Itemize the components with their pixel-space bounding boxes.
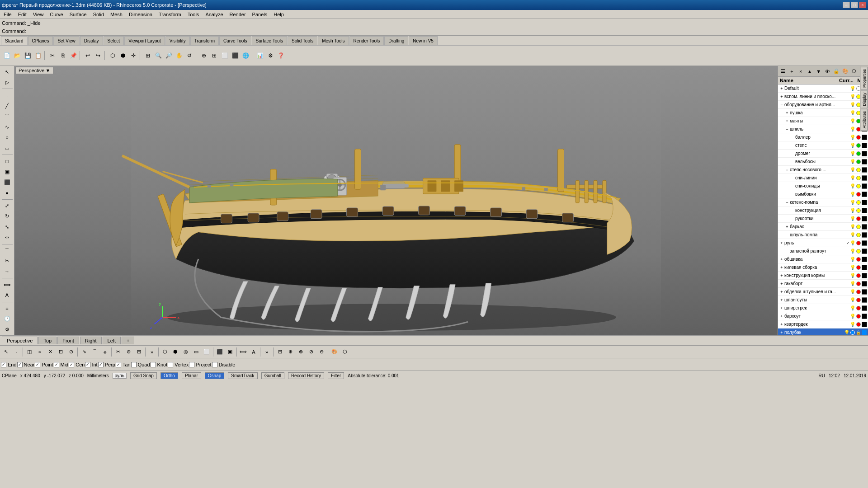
expand-shpirstrek-icon[interactable]: + (779, 305, 784, 311)
tab-render-tools[interactable]: Render Tools (349, 36, 384, 45)
move-icon[interactable]: ⤢ (1, 201, 13, 211)
rotate-icon[interactable]: ↺ (184, 51, 194, 60)
rotate-lt-icon[interactable]: ↻ (1, 211, 13, 221)
polyline-icon[interactable]: ⌒ (1, 112, 13, 122)
layer-row-stepsnos[interactable]: − степс носового ... 💡 (778, 166, 868, 174)
menu-help[interactable]: Help (271, 11, 287, 18)
expand-shpil-icon[interactable]: − (784, 127, 790, 132)
help-icon[interactable]: ❓ (276, 51, 286, 60)
expand-machty-icon[interactable]: + (784, 118, 790, 124)
snap-quad-checkbox[interactable] (131, 362, 137, 367)
snap-mid-checkbox[interactable]: ✓ (54, 362, 59, 367)
layer-row-rul[interactable]: + руль ✓ 💡 (778, 239, 868, 247)
snap-project-checkbox[interactable] (189, 362, 194, 367)
fillet-icon[interactable]: ⌒ (1, 245, 13, 255)
layer-row-snilini[interactable]: сни-линии 💡 (778, 174, 868, 182)
select-win-icon[interactable]: ⬢ (118, 51, 128, 60)
menu-surface[interactable]: Surface (67, 11, 90, 18)
bt-trim-icon[interactable]: ✂ (113, 347, 123, 357)
expand-rul-icon[interactable]: + (779, 240, 784, 246)
layers-icon[interactable]: ☰ (779, 67, 787, 75)
history-icon[interactable]: 🕐 (1, 314, 13, 324)
tab-visibility[interactable]: Visibility (165, 36, 190, 45)
expand-konstrkormy-icon[interactable]: + (779, 273, 784, 278)
bt-near-icon[interactable]: ≈ (35, 347, 45, 357)
ship-scene[interactable]: x y z (14, 66, 778, 335)
bt-select-icon[interactable]: ↖ (1, 347, 11, 357)
save-icon[interactable]: 💾 (23, 51, 33, 60)
tab-display[interactable]: Display (80, 36, 103, 45)
layer-row-barhout[interactable]: + бархоут 💡 (778, 312, 868, 320)
vp-tab-front[interactable]: Front (57, 337, 79, 344)
rect-icon[interactable]: □ (1, 156, 13, 166)
menu-solid[interactable]: Solid (90, 11, 107, 18)
layer-row-obdelka[interactable]: + обделка штульцев и га... 💡 (778, 288, 868, 296)
bt-cen-icon[interactable]: ⊙ (66, 347, 76, 357)
gumball-button[interactable]: Gumball (261, 372, 284, 379)
expand-polubak-icon[interactable]: + (779, 330, 784, 335)
render-preview-icon[interactable]: 🌐 (241, 51, 250, 60)
zoom-extent-icon[interactable]: ⊞ (143, 51, 153, 60)
viewport-label-box[interactable]: Perspective ▼ (15, 67, 53, 74)
layer-row-baller[interactable]: баллер 💡 (778, 133, 868, 141)
bt-mesh2-icon[interactable]: ▣ (225, 347, 235, 357)
menu-view[interactable]: View (30, 11, 47, 18)
bt-dim2-icon[interactable]: ⟺ (238, 347, 248, 357)
layer-row-shpangout[interactable]: + шпангоуты 💡 (778, 296, 868, 304)
zoom-out-icon[interactable]: 🔎 (164, 51, 174, 60)
mirror-icon[interactable]: ⇔ (1, 232, 13, 242)
bt-join-icon[interactable]: ⊞ (134, 347, 144, 357)
expand-barkas-icon[interactable]: + (784, 224, 790, 230)
snap-end-checkbox[interactable]: ✓ (1, 362, 6, 367)
undo-icon[interactable]: ↩ (83, 51, 93, 60)
tab-mesh-tools[interactable]: Mesh Tools (318, 36, 349, 45)
layer-row-pushka[interactable]: + пушка 💡 (778, 109, 868, 117)
bt-material-icon[interactable]: ⬡ (340, 347, 350, 357)
curve-icon[interactable]: ∿ (1, 122, 13, 132)
menu-dimension[interactable]: Dimension (126, 11, 155, 18)
vp-tab-perspective[interactable]: Perspective (2, 337, 38, 344)
scale-icon[interactable]: ⤡ (1, 222, 13, 232)
layer-row-konstr[interactable]: конструкция 💡 (778, 206, 868, 215)
dim-icon[interactable]: ⟺ (1, 280, 13, 290)
close-button[interactable]: × (859, 2, 866, 8)
tab-solid-tools[interactable]: Solid Tools (288, 36, 317, 45)
layer-row-gakabort[interactable]: + гакаборт 💡 (778, 280, 868, 288)
expand-vspomlini-icon[interactable]: + (779, 94, 784, 99)
bt-freeform-icon[interactable]: ⌒ (90, 347, 99, 357)
arc-icon[interactable]: ⌓ (1, 143, 13, 153)
pan-icon[interactable]: ✋ (174, 51, 184, 60)
lock-icon[interactable]: 🔒 (832, 67, 840, 75)
viewport-area[interactable]: Perspective ▼ (14, 66, 778, 335)
menu-analyze[interactable]: Analyze (203, 11, 226, 18)
osnap-button[interactable]: Osnap (205, 372, 224, 379)
record-history-button[interactable]: Record History (288, 372, 324, 379)
layer-row-default[interactable]: + Default 💡 (778, 84, 868, 93)
menu-file[interactable]: File (1, 11, 14, 18)
expand-obsh-icon[interactable]: + (779, 257, 784, 262)
expand-default-icon[interactable]: + (779, 86, 784, 91)
select-tool-icon[interactable]: ▷ (1, 77, 13, 87)
layer-row-vymbovki[interactable]: вымбовки 💡 (778, 190, 868, 198)
vp-tab-right[interactable]: Right (80, 337, 102, 344)
bt-obj2-icon[interactable]: ⊕ (285, 347, 295, 357)
line-icon[interactable]: ╱ (1, 101, 13, 111)
vp-tab-add[interactable]: + (122, 337, 134, 344)
menu-mesh[interactable]: Mesh (108, 11, 125, 18)
menu-render[interactable]: Render (227, 11, 249, 18)
tab-setview[interactable]: Set View (53, 36, 79, 45)
circle-icon[interactable]: ○ (1, 132, 13, 142)
layer-row-shpul[interactable]: шпуль-помпа 💡 (778, 231, 868, 239)
move-up-icon[interactable]: ▲ (806, 67, 814, 75)
layer-row-snisolidy[interactable]: сни-солиды 💡 (778, 182, 868, 190)
layer-row-oborud[interactable]: − оборудование и артил... 💡 (778, 101, 868, 109)
tab-viewport-layout[interactable]: Viewport Layout (124, 36, 165, 45)
add-layer-icon[interactable]: + (788, 67, 796, 75)
bt-plane-icon[interactable]: ▭ (191, 347, 201, 357)
expand-shpangout-icon[interactable]: + (779, 297, 784, 303)
surface-icon[interactable]: ▣ (1, 167, 13, 177)
bt-mid-icon[interactable]: ⊡ (56, 347, 66, 357)
snap-tan-checkbox[interactable]: ✓ (116, 362, 121, 367)
tab-curve-tools[interactable]: Curve Tools (219, 36, 251, 45)
expand-kvarterdek-icon[interactable]: + (779, 322, 784, 327)
